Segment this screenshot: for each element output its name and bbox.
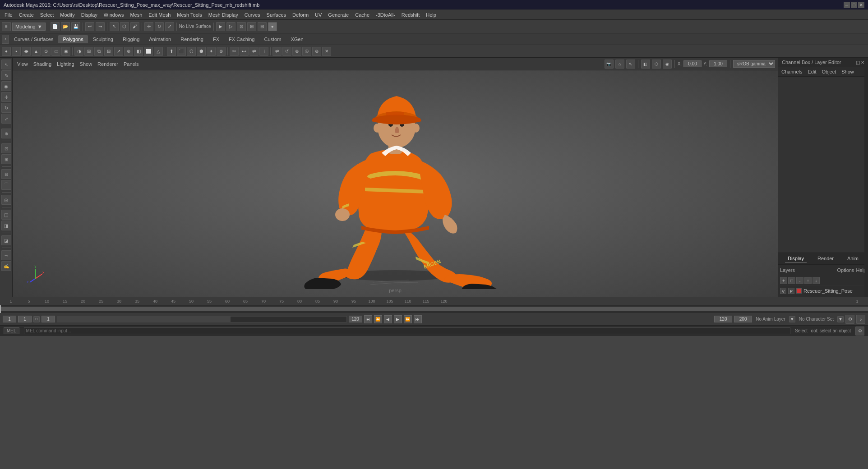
menu-mesh[interactable]: Mesh <box>127 11 145 18</box>
render-btn6[interactable]: ● <box>268 22 277 31</box>
layer-row-0[interactable]: V P Rescuer_Sitting_Pose <box>780 287 866 295</box>
layer-move-dn-btn[interactable]: ↓ <box>813 277 820 284</box>
y-coord-input[interactable] <box>709 60 727 67</box>
move-btn[interactable]: ✛ <box>1 92 11 102</box>
mel-python-toggle[interactable]: MEL <box>4 327 19 334</box>
timeline-bar[interactable] <box>0 305 868 313</box>
redo-btn[interactable]: ↪ <box>96 22 105 31</box>
tab-xgen[interactable]: XGen <box>286 35 308 43</box>
step-forward-btn[interactable]: ⏩ <box>404 315 412 323</box>
boolean-icon-btn[interactable]: ⊕ <box>124 47 133 56</box>
vp-menu-show[interactable]: Show <box>78 60 94 68</box>
bevel-icon-btn[interactable]: ⬡ <box>187 47 196 56</box>
menu-select[interactable]: Select <box>37 11 57 18</box>
menu-create[interactable]: Create <box>16 11 37 18</box>
menu-surfaces[interactable]: Surfaces <box>264 11 289 18</box>
menu-display[interactable]: Display <box>78 11 100 18</box>
select-mode-btn[interactable]: ↖ <box>1 60 11 69</box>
select-mode-vp-btn[interactable]: ↖ <box>626 60 635 69</box>
right-panel-scrollbar[interactable] <box>864 58 868 297</box>
tab-channels[interactable]: Channels <box>780 69 803 75</box>
play-forward-btn[interactable]: ▶ <box>394 315 402 323</box>
smooth-display-btn[interactable]: ◉ <box>663 60 672 69</box>
playback-range-bar[interactable] <box>57 316 347 322</box>
step-back-btn[interactable]: ⏪ <box>374 315 382 323</box>
menu-3dto-all[interactable]: -3DtoAll- <box>373 11 398 18</box>
paint-btn[interactable]: ✎ <box>1 70 11 80</box>
layers-options-btn[interactable]: Options <box>837 267 854 273</box>
snap-grid-btn[interactable]: ⊟ <box>1 169 11 179</box>
subdivide-icon-btn[interactable]: ⊞ <box>84 47 93 56</box>
render-btn3[interactable]: ⊡ <box>237 22 246 31</box>
insert-loop-icon-btn[interactable]: ⊷ <box>240 47 249 56</box>
sculpt-btn[interactable]: ◉ <box>1 81 11 91</box>
menu-help[interactable]: Help <box>423 11 439 18</box>
torus-icon-btn[interactable]: ⊙ <box>42 47 51 56</box>
maximize-btn[interactable]: □ <box>851 2 857 8</box>
menu-mesh-display[interactable]: Mesh Display <box>206 11 241 18</box>
xray-btn[interactable]: ◪ <box>1 235 11 245</box>
hide-btn[interactable]: ◨ <box>1 221 11 230</box>
scale-btn[interactable]: ⤢ <box>1 114 11 124</box>
layer-new-empty-btn[interactable]: □ <box>788 277 795 284</box>
move-tool-btn[interactable]: ✛ <box>144 22 153 31</box>
view-mode-btn[interactable]: ⊡ <box>1 143 11 153</box>
bridge-icon-btn[interactable]: ⬛ <box>177 47 186 56</box>
merge-icon-btn[interactable]: ⊕ <box>292 47 301 56</box>
measure-btn[interactable]: ⊸ <box>1 250 11 260</box>
playback-range-end[interactable] <box>734 316 752 322</box>
tab-fx-caching[interactable]: FX Caching <box>224 35 259 43</box>
target-weld-icon-btn[interactable]: ⦾ <box>302 47 311 56</box>
display-mode-btn[interactable]: ◧ <box>641 60 650 69</box>
menu-redshift[interactable]: Redshift <box>399 11 422 18</box>
close-btn[interactable]: ✕ <box>858 2 864 8</box>
collapse-icon-btn[interactable]: ⊖ <box>312 47 321 56</box>
tab-rendering[interactable]: Rendering <box>176 35 208 43</box>
audio-btn[interactable]: ♪ <box>856 315 865 324</box>
fill-hole-icon-btn[interactable]: ⬜ <box>144 47 153 56</box>
layer-vis-v[interactable]: V <box>780 288 786 294</box>
render-btn5[interactable]: ⊟ <box>258 22 267 31</box>
anim-layer-btn[interactable]: ▼ <box>789 316 795 322</box>
cone-icon-btn[interactable]: ▲ <box>32 47 41 56</box>
disc-icon-btn[interactable]: ◉ <box>61 47 70 56</box>
menu-curves[interactable]: Curves <box>242 11 263 18</box>
undo-btn[interactable]: ↩ <box>85 22 94 31</box>
tab-sculpting[interactable]: Sculpting <box>88 35 118 43</box>
main-viewport[interactable]: View Shading Lighting Show Renderer Pane… <box>13 58 778 297</box>
vp-menu-lighting[interactable]: Lighting <box>55 60 76 68</box>
tab-animation[interactable]: Animation <box>144 35 175 43</box>
panel-float-btn[interactable]: ◱ <box>856 60 860 65</box>
lasso-tool-btn[interactable]: ⬡ <box>120 22 129 31</box>
vp-menu-panels[interactable]: Panels <box>122 60 141 68</box>
slide-edge-icon-btn[interactable]: ⇄ <box>249 47 259 56</box>
tab-rigging[interactable]: Rigging <box>118 35 144 43</box>
vp-menu-renderer[interactable]: Renderer <box>96 60 120 68</box>
menu-generate[interactable]: Generate <box>325 11 351 18</box>
viewport-inner[interactable]: ERGEN persp X <box>13 70 778 297</box>
smooth-icon-btn[interactable]: ◑ <box>74 47 83 56</box>
tab-show[interactable]: Show <box>840 69 855 75</box>
save-file-btn[interactable]: 💾 <box>71 22 80 31</box>
new-file-btn[interactable]: 📄 <box>51 22 60 31</box>
layer-vis-p[interactable]: P <box>788 288 794 294</box>
circularize-icon-btn[interactable]: ⊚ <box>217 47 226 56</box>
cube-icon-btn[interactable]: ▪ <box>12 47 21 56</box>
x-coord-input[interactable] <box>683 60 702 67</box>
render-btn4[interactable]: ⊞ <box>247 22 256 31</box>
layer-del-btn[interactable]: - <box>796 277 803 284</box>
menu-toggle-btn[interactable]: ≡ <box>2 22 11 31</box>
soft-select-btn[interactable]: ◎ <box>1 195 11 205</box>
wedge-icon-btn[interactable]: ⬢ <box>197 47 206 56</box>
menu-modify[interactable]: Modify <box>57 11 77 18</box>
tab-fx[interactable]: FX <box>208 35 224 43</box>
range-start-input[interactable] <box>42 316 55 322</box>
display-tab-anim[interactable]: Anim <box>845 255 861 262</box>
go-end-btn[interactable]: ⏭ <box>414 315 422 323</box>
spin-edge-icon-btn[interactable]: ↺ <box>282 47 291 56</box>
isolate-btn[interactable]: ◫ <box>1 210 11 220</box>
render-btn1[interactable]: ▶ <box>216 22 225 31</box>
menu-mesh-tools[interactable]: Mesh Tools <box>174 11 204 18</box>
display-tab-display[interactable]: Display <box>785 255 807 262</box>
wireframe-btn[interactable]: ⬡ <box>652 60 661 69</box>
